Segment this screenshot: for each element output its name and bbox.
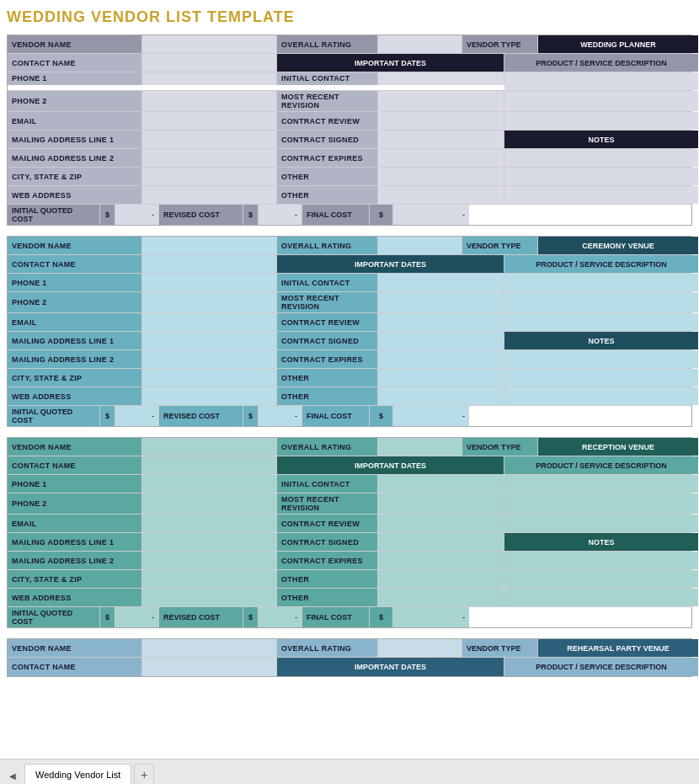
phone1-value-2[interactable] (142, 274, 277, 291)
initial-cost-value-2[interactable]: - (115, 406, 159, 426)
prod-desc-row3[interactable] (504, 112, 698, 130)
notes-row3[interactable] (504, 186, 698, 204)
other2-value-3[interactable] (378, 589, 504, 606)
mailing2-value-2[interactable] (142, 350, 277, 368)
city-value[interactable] (142, 168, 277, 185)
revised-cost-value-3[interactable]: - (259, 607, 302, 627)
contract-expires-value[interactable] (378, 149, 504, 167)
prod-desc-row1-2[interactable] (504, 274, 698, 291)
prod-desc-row3-2[interactable] (504, 313, 698, 331)
contract-signed-value-2[interactable] (378, 332, 504, 349)
prod-desc-row2[interactable] (504, 91, 698, 111)
initial-cost-value[interactable]: - (115, 205, 159, 225)
overall-rating-label: OVERALL RATING (277, 35, 378, 53)
phone2-value-3[interactable] (142, 493, 277, 514)
contract-review-label-3: CONTRACT REVIEW (277, 515, 378, 532)
revised-cost-label-3: REVISED COST (159, 607, 243, 627)
city-value-2[interactable] (142, 369, 277, 387)
contact-name-value-3[interactable] (142, 456, 277, 474)
contract-expires-label-2: CONTRACT EXPIRES (277, 350, 378, 368)
revised-cost-value[interactable]: - (259, 205, 302, 225)
contact-name-value-2[interactable] (142, 255, 277, 273)
vendor-name-value[interactable] (142, 35, 277, 53)
vendor-name-label: VENDOR NAME (8, 35, 142, 53)
mailing2-value[interactable] (142, 149, 277, 167)
most-recent-value[interactable] (378, 91, 504, 111)
most-recent-value-3[interactable] (378, 493, 504, 514)
initial-cost-label-3: INITIAL QUOTED COST (8, 607, 100, 627)
mailing2-label-3: MAILING ADDRESS LINE 2 (8, 552, 142, 569)
prod-desc-row1-3[interactable] (504, 475, 698, 493)
phone1-value-3[interactable] (142, 475, 277, 493)
mailing2-value-3[interactable] (142, 552, 277, 569)
notes-row2-2[interactable] (504, 369, 698, 387)
contract-signed-value[interactable] (378, 131, 504, 148)
initial-contact-value[interactable] (378, 72, 504, 85)
mailing1-value[interactable] (142, 131, 277, 148)
contact-name-value-4[interactable] (142, 658, 277, 676)
contract-signed-value-3[interactable] (378, 533, 504, 551)
overall-rating-value[interactable] (378, 35, 462, 53)
mailing2-label-2: MAILING ADDRESS LINE 2 (8, 350, 142, 368)
city-label: CITY, STATE & ZIP (8, 168, 142, 185)
other2-label-2: OTHER (277, 387, 378, 405)
contract-expires-value-3[interactable] (378, 552, 504, 569)
phone2-value[interactable] (142, 91, 277, 111)
notes-row2[interactable] (504, 168, 698, 185)
final-cost-value[interactable]: - (393, 205, 469, 225)
web-value[interactable] (142, 186, 277, 204)
other1-value-3[interactable] (378, 570, 504, 588)
vendor-name-value-3[interactable] (142, 438, 277, 456)
most-recent-value-2[interactable] (378, 292, 504, 312)
email-value-2[interactable] (142, 313, 277, 331)
other2-value[interactable] (378, 186, 504, 204)
initial-contact-value-2[interactable] (378, 274, 504, 291)
notes-row3-3[interactable] (504, 589, 698, 606)
final-cost-value-2[interactable]: - (393, 406, 469, 426)
contract-review-value-3[interactable] (378, 515, 504, 532)
phone2-value-2[interactable] (142, 292, 277, 312)
contact-name-value[interactable] (142, 54, 277, 72)
initial-contact-value-3[interactable] (378, 475, 504, 493)
overall-rating-value-2[interactable] (378, 237, 462, 254)
dollar1-2: $ (100, 406, 115, 426)
notes-row1-2[interactable] (504, 350, 698, 368)
spreadsheet-area[interactable]: WEDDING VENDOR LIST TEMPLATE VENDOR NAME… (0, 0, 699, 759)
initial-contact-label-2: INITIAL CONTACT (277, 274, 378, 291)
phone1-label: PHONE 1 (8, 72, 142, 85)
email-value-3[interactable] (142, 515, 277, 532)
prod-desc-row3-3[interactable] (504, 515, 698, 532)
notes-row3-2[interactable] (504, 387, 698, 405)
contract-expires-value-2[interactable] (378, 350, 504, 368)
tab-nav-prev[interactable]: ◀ (4, 767, 21, 784)
notes-row1[interactable] (504, 149, 698, 167)
other2-value-2[interactable] (378, 387, 504, 405)
initial-cost-value-3[interactable]: - (115, 607, 159, 627)
prod-desc-row1[interactable] (504, 72, 698, 90)
contract-review-value[interactable] (378, 112, 504, 130)
email-value[interactable] (142, 112, 277, 130)
vendor-type-label: VENDOR TYPE (462, 35, 538, 53)
other1-value-2[interactable] (378, 369, 504, 387)
revised-cost-value-2[interactable]: - (259, 406, 302, 426)
overall-rating-value-3[interactable] (378, 438, 462, 456)
web-value-2[interactable] (142, 387, 277, 405)
notes-row1-3[interactable] (504, 552, 698, 569)
web-value-3[interactable] (142, 589, 277, 606)
overall-rating-value-4[interactable] (378, 639, 462, 657)
city-value-3[interactable] (142, 570, 277, 588)
tab-wedding-vendor-list[interactable]: Wedding Vendor List (24, 764, 131, 784)
mailing1-value-3[interactable] (142, 533, 277, 551)
web-label: WEB ADDRESS (8, 186, 142, 204)
mailing1-value-2[interactable] (142, 332, 277, 349)
contract-review-value-2[interactable] (378, 313, 504, 331)
vendor-name-value-4[interactable] (142, 639, 277, 657)
phone1-value[interactable] (142, 72, 277, 85)
prod-desc-row2-2[interactable] (504, 292, 698, 312)
notes-row2-3[interactable] (504, 570, 698, 588)
prod-desc-row2-3[interactable] (504, 493, 698, 514)
vendor-name-value-2[interactable] (142, 237, 277, 254)
final-cost-value-3[interactable]: - (393, 607, 469, 627)
tab-add-button[interactable]: + (134, 764, 154, 784)
other1-value[interactable] (378, 168, 504, 185)
